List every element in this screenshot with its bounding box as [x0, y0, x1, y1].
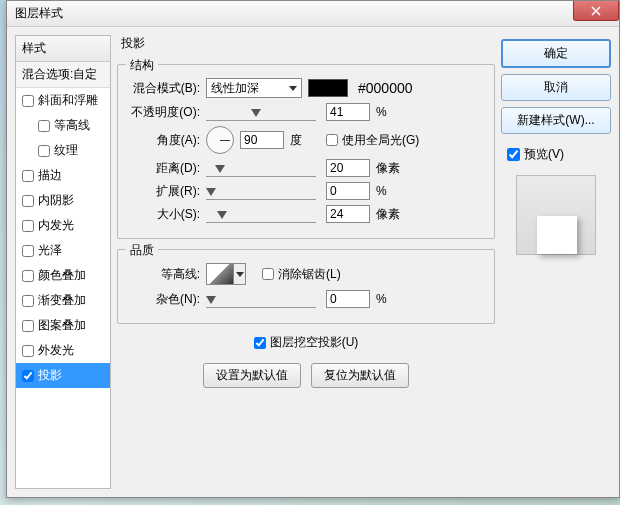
style-item-0[interactable]: 斜面和浮雕 [16, 88, 110, 113]
global-light-checkbox[interactable]: 使用全局光(G) [326, 132, 419, 149]
style-label: 投影 [38, 367, 62, 384]
style-label: 颜色叠加 [38, 267, 86, 284]
style-item-8[interactable]: 渐变叠加 [16, 288, 110, 313]
right-panel: 确定 取消 新建样式(W)... 预览(V) [501, 35, 611, 489]
shadow-color-swatch[interactable] [308, 79, 348, 97]
chevron-down-icon [236, 272, 244, 277]
style-item-11[interactable]: 投影 [16, 363, 110, 388]
reset-default-button[interactable]: 复位为默认值 [311, 363, 409, 388]
style-label: 图案叠加 [38, 317, 86, 334]
style-checkbox[interactable] [22, 195, 34, 207]
style-item-7[interactable]: 颜色叠加 [16, 263, 110, 288]
style-item-1[interactable]: 等高线 [16, 113, 110, 138]
blend-options[interactable]: 混合选项:自定 [16, 62, 110, 88]
style-item-9[interactable]: 图案叠加 [16, 313, 110, 338]
opacity-label: 不透明度(O): [128, 104, 200, 121]
size-label: 大小(S): [128, 206, 200, 223]
chevron-down-icon [289, 86, 297, 91]
ok-button[interactable]: 确定 [501, 39, 611, 68]
spread-label: 扩展(R): [128, 183, 200, 200]
noise-input[interactable]: 0 [326, 290, 370, 308]
noise-label: 杂色(N): [128, 291, 200, 308]
titlebar: 图层样式 [7, 1, 619, 27]
quality-legend: 品质 [126, 242, 158, 259]
distance-input[interactable]: 20 [326, 159, 370, 177]
panel-title: 投影 [121, 35, 495, 52]
preview-checkbox[interactable]: 预览(V) [507, 146, 611, 163]
cancel-button[interactable]: 取消 [501, 74, 611, 101]
style-label: 内阴影 [38, 192, 74, 209]
window-title: 图层样式 [15, 5, 63, 22]
size-slider[interactable] [206, 205, 316, 223]
contour-label: 等高线: [128, 266, 200, 283]
distance-label: 距离(D): [128, 160, 200, 177]
style-checkbox[interactable] [22, 95, 34, 107]
style-label: 描边 [38, 167, 62, 184]
set-default-button[interactable]: 设置为默认值 [203, 363, 301, 388]
style-item-10[interactable]: 外发光 [16, 338, 110, 363]
spread-slider[interactable] [206, 182, 316, 200]
style-item-5[interactable]: 内发光 [16, 213, 110, 238]
styles-header: 样式 [16, 36, 110, 62]
style-label: 纹理 [54, 142, 78, 159]
style-checkbox[interactable] [22, 220, 34, 232]
blend-mode-select[interactable]: 线性加深 [206, 78, 302, 98]
opacity-slider[interactable] [206, 103, 316, 121]
center-panel: 投影 结构 混合模式(B): 线性加深 #000000 不透明度(O): 41 [117, 35, 495, 489]
contour-dropdown[interactable] [234, 263, 246, 285]
style-label: 外发光 [38, 342, 74, 359]
hex-value: #000000 [358, 80, 413, 96]
structure-legend: 结构 [126, 57, 158, 74]
style-label: 光泽 [38, 242, 62, 259]
style-label: 渐变叠加 [38, 292, 86, 309]
opacity-input[interactable]: 41 [326, 103, 370, 121]
style-checkbox[interactable] [22, 245, 34, 257]
close-button[interactable] [573, 1, 619, 21]
style-checkbox[interactable] [22, 320, 34, 332]
contour-picker[interactable] [206, 263, 234, 285]
size-input[interactable]: 24 [326, 205, 370, 223]
style-item-6[interactable]: 光泽 [16, 238, 110, 263]
style-checkbox[interactable] [38, 145, 50, 157]
style-item-4[interactable]: 内阴影 [16, 188, 110, 213]
noise-slider[interactable] [206, 290, 316, 308]
structure-group: 结构 混合模式(B): 线性加深 #000000 不透明度(O): 41 % [117, 64, 495, 239]
style-item-2[interactable]: 纹理 [16, 138, 110, 163]
new-style-button[interactable]: 新建样式(W)... [501, 107, 611, 134]
distance-slider[interactable] [206, 159, 316, 177]
style-label: 等高线 [54, 117, 90, 134]
angle-input[interactable]: 90 [240, 131, 284, 149]
layer-style-dialog: 图层样式 样式 混合选项:自定 斜面和浮雕等高线纹理描边内阴影内发光光泽颜色叠加… [6, 0, 620, 498]
style-item-3[interactable]: 描边 [16, 163, 110, 188]
style-checkbox[interactable] [22, 295, 34, 307]
spread-input[interactable]: 0 [326, 182, 370, 200]
style-label: 内发光 [38, 217, 74, 234]
style-label: 斜面和浮雕 [38, 92, 98, 109]
quality-group: 品质 等高线: 消除锯齿(L) 杂色(N): 0 % [117, 249, 495, 324]
style-checkbox[interactable] [22, 370, 34, 382]
style-checkbox[interactable] [38, 120, 50, 132]
blend-mode-label: 混合模式(B): [128, 80, 200, 97]
style-checkbox[interactable] [22, 345, 34, 357]
antialias-checkbox[interactable]: 消除锯齿(L) [262, 266, 341, 283]
styles-list: 样式 混合选项:自定 斜面和浮雕等高线纹理描边内阴影内发光光泽颜色叠加渐变叠加图… [15, 35, 111, 489]
angle-dial[interactable] [206, 126, 234, 154]
angle-label: 角度(A): [128, 132, 200, 149]
close-icon [591, 6, 601, 16]
style-checkbox[interactable] [22, 170, 34, 182]
style-checkbox[interactable] [22, 270, 34, 282]
preview-thumbnail [516, 175, 596, 255]
knockout-checkbox[interactable]: 图层挖空投影(U) [117, 334, 495, 351]
